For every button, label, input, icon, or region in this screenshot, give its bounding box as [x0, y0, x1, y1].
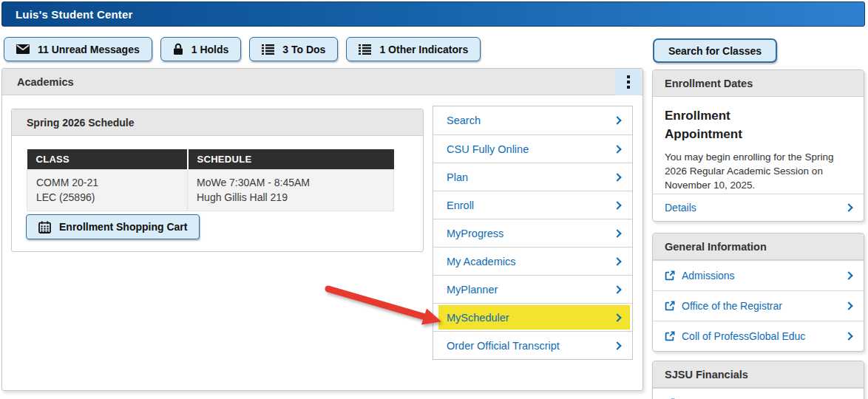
financials-link-partial[interactable]	[653, 388, 864, 399]
menu-item-label: My Academics	[447, 256, 515, 267]
menu-item-label: Enroll	[447, 200, 474, 211]
chevron-right-icon	[613, 257, 621, 265]
list-icon	[262, 44, 274, 55]
chevron-right-icon	[844, 203, 852, 211]
schedule-cell: MoWe 7:30AM - 8:45AM Hugh Gillis Hall 21…	[188, 170, 394, 211]
academics-menu: Search CSU Fully Online Plan Enroll MyPr…	[433, 106, 633, 360]
general-information-title: General Information	[665, 241, 767, 253]
chevron-right-icon	[613, 229, 621, 237]
menu-item-label: MyPlanner	[447, 284, 498, 296]
details-link[interactable]: Details	[653, 194, 864, 221]
unread-messages-label: 11 Unread Messages	[38, 44, 140, 55]
general-information-header: General Information	[653, 233, 864, 260]
table-row: COMM 20-21 LEC (25896) MoWe 7:30AM - 8:4…	[27, 170, 394, 211]
external-link-icon	[665, 331, 675, 341]
kebab-menu-icon[interactable]	[616, 69, 640, 95]
other-indicators-button[interactable]: 1 Other Indicators	[346, 37, 481, 61]
enrollment-shopping-cart-button[interactable]: Enrollment Shopping Cart	[26, 214, 200, 239]
calendar-icon	[38, 221, 51, 233]
schedule-table: CLASS SCHEDULE COMM 20-21 LEC (25896) Mo…	[27, 149, 394, 211]
sjsu-financials-header: SJSU Financials	[653, 361, 864, 388]
schedule-card: Spring 2026 Schedule CLASS SCHEDULE COMM…	[11, 109, 424, 252]
chevron-right-icon	[613, 145, 621, 153]
general-information-card: General Information Admissions Office of…	[652, 233, 864, 352]
link-label: Coll of ProfessGlobal Educ	[682, 330, 839, 342]
schedule-card-header: Spring 2026 Schedule	[12, 109, 423, 136]
unread-messages-button[interactable]: 11 Unread Messages	[4, 37, 152, 61]
column-header-class: CLASS	[27, 149, 188, 170]
chevron-right-icon	[613, 285, 621, 293]
chevron-right-icon	[613, 341, 621, 349]
chevron-right-icon	[613, 173, 621, 181]
chevron-right-icon	[613, 313, 621, 321]
menu-item-label: MyScheduler	[447, 312, 509, 324]
indicator-button-row: 11 Unread Messages 1 Holds 3 To Dos 1 Ot…	[4, 37, 481, 61]
enrollment-dates-body: Enrollment Appointment You may begin enr…	[653, 97, 864, 192]
lock-icon	[173, 43, 183, 55]
menu-item-label: MyProgress	[447, 228, 503, 239]
search-for-classes-label: Search for Classes	[668, 45, 762, 57]
chevron-right-icon	[844, 332, 852, 340]
menu-item-enroll[interactable]: Enroll	[433, 191, 632, 219]
holds-button[interactable]: 1 Holds	[160, 37, 242, 61]
menu-item-label: Search	[447, 115, 481, 126]
list-icon	[359, 44, 371, 55]
enrollment-shopping-cart-label: Enrollment Shopping Cart	[59, 221, 187, 233]
class-name: COMM 20-21	[36, 175, 178, 190]
menu-item-label: Plan	[447, 171, 468, 183]
academics-title: Academics	[17, 76, 74, 88]
holds-label: 1 Holds	[191, 44, 229, 55]
column-header-schedule: SCHEDULE	[188, 149, 394, 170]
link-label: Admissions	[682, 270, 839, 282]
details-label: Details	[665, 202, 696, 214]
class-cell: COMM 20-21 LEC (25896)	[27, 170, 188, 211]
external-link-icon	[665, 270, 675, 281]
page-title: Luis's Student Center	[16, 8, 133, 21]
enrollment-dates-header: Enrollment Dates	[653, 70, 864, 97]
menu-item-myprogress[interactable]: MyProgress	[433, 219, 632, 247]
menu-item-plan[interactable]: Plan	[433, 163, 632, 191]
link-label: Office of the Registrar	[682, 300, 839, 312]
enrollment-dates-card: Enrollment Dates Enrollment Appointment …	[652, 69, 864, 222]
menu-item-myscheduler[interactable]: MyScheduler	[433, 303, 632, 331]
todos-label: 3 To Dos	[282, 44, 325, 55]
menu-item-csu-fully-online[interactable]: CSU Fully Online	[433, 134, 632, 163]
menu-item-search[interactable]: Search	[433, 106, 632, 134]
enrollment-appointment-text: You may begin enrolling for the Spring 2…	[665, 151, 852, 192]
academics-header: Academics	[2, 69, 642, 95]
chevron-right-icon	[613, 116, 621, 124]
enrollment-dates-title: Enrollment Dates	[665, 78, 753, 89]
other-indicators-label: 1 Other Indicators	[379, 44, 468, 55]
menu-item-myplanner[interactable]: MyPlanner	[433, 275, 632, 303]
chevron-right-icon	[613, 201, 621, 209]
menu-item-label: CSU Fully Online	[447, 143, 529, 155]
envelope-icon	[16, 44, 30, 54]
enrollment-appointment-heading: Enrollment Appointment	[665, 107, 787, 143]
sjsu-financials-card: SJSU Financials	[652, 361, 864, 399]
link-office-of-the-registrar[interactable]: Office of the Registrar	[653, 290, 864, 321]
menu-item-label: Order Official Transcript	[447, 340, 560, 352]
todos-button[interactable]: 3 To Dos	[249, 37, 338, 61]
meeting-location: Hugh Gillis Hall 219	[197, 190, 384, 205]
meeting-time: MoWe 7:30AM - 8:45AM	[197, 175, 384, 190]
search-for-classes-button[interactable]: Search for Classes	[653, 38, 777, 63]
class-section: LEC (25896)	[36, 190, 178, 205]
chevron-right-icon	[844, 271, 852, 279]
schedule-card-title: Spring 2026 Schedule	[27, 117, 135, 129]
sjsu-financials-title: SJSU Financials	[665, 369, 748, 381]
link-coll-of-professglobal-educ[interactable]: Coll of ProfessGlobal Educ	[653, 321, 864, 351]
page-title-bar: Luis's Student Center	[1, 1, 865, 27]
link-admissions[interactable]: Admissions	[653, 260, 864, 290]
menu-item-my-academics[interactable]: My Academics	[433, 247, 632, 275]
menu-item-order-official-transcript[interactable]: Order Official Transcript	[433, 331, 632, 359]
chevron-right-icon	[844, 301, 852, 310]
external-link-icon	[665, 301, 675, 311]
academics-panel: Academics Spring 2026 Schedule CLASS SCH…	[1, 68, 643, 391]
